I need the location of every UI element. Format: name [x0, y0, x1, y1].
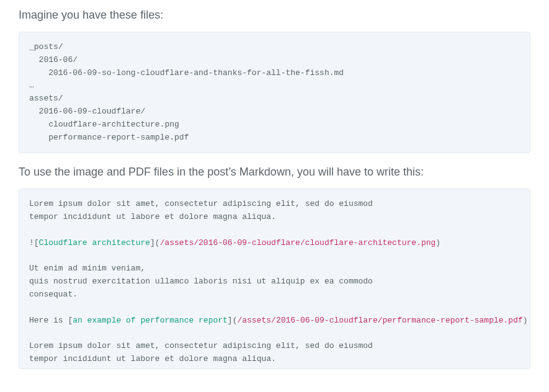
md-punct: Here is [ [29, 316, 73, 325]
intro-text-2: To use the image and PDF files in the po… [19, 166, 530, 179]
code-line: Lorem ipsum dolor sit amet, consectetur … [29, 199, 373, 208]
code-line: tempor incididunt ut labore et dolore ma… [29, 212, 276, 221]
code-line: ![Cloudflare architecture](/assets/2016-… [29, 238, 440, 247]
md-punct: ) [435, 238, 440, 247]
code-line: consequat. [29, 290, 78, 299]
md-url: /assets/2016-06-09-cloudflare/cloudflare… [160, 238, 436, 247]
code-block-markdown[interactable]: Lorem ipsum dolor sit amet, consectetur … [19, 189, 530, 368]
md-punct: ]( [228, 316, 238, 325]
code-line: Here is [an example of performance repor… [29, 316, 528, 325]
intro-text-1: Imagine you have these files: [19, 9, 530, 22]
md-url: /assets/2016-06-09-cloudflare/performanc… [237, 316, 522, 325]
md-punct: ![ [29, 238, 39, 247]
md-link-text: an example of performance report [73, 316, 228, 325]
md-punct: ]( [150, 238, 160, 247]
md-alt-text: Cloudflare architecture [39, 238, 150, 247]
code-line: quis nostrud exercitation ullamco labori… [29, 277, 373, 286]
code-block-files: _posts/ 2016-06/ 2016-06-09-so-long-clou… [19, 32, 530, 153]
md-punct: ) [523, 316, 528, 325]
code-line: Lorem ipsum dolor sit amet, consectetur … [29, 341, 373, 350]
code-line: tempor incididunt ut labore et dolore ma… [29, 354, 276, 363]
code-line: Ut enim ad minim veniam, [29, 264, 145, 273]
